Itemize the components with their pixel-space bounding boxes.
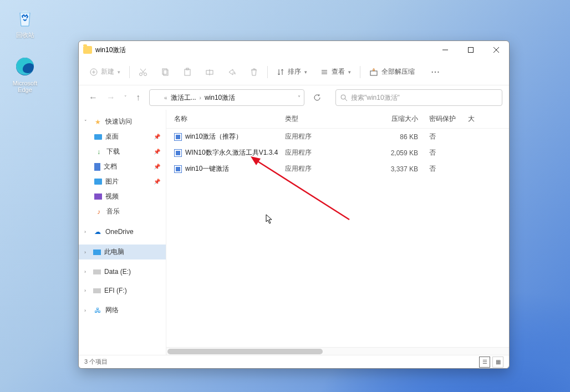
sort-button[interactable]: 排序 ▾ xyxy=(272,64,312,80)
sidebar-onedrive[interactable]: ›☁OneDrive xyxy=(79,225,166,239)
chevron-right-icon: › xyxy=(84,308,90,313)
folder-icon xyxy=(153,94,161,101)
delete-button[interactable] xyxy=(245,64,263,80)
application-icon xyxy=(174,133,182,141)
svg-rect-14 xyxy=(185,69,190,75)
file-type: 应用程序 xyxy=(285,132,368,141)
document-icon xyxy=(94,163,100,171)
chevron-left-icon: « xyxy=(164,95,167,101)
delete-icon xyxy=(250,68,258,77)
minimize-button[interactable] xyxy=(432,41,458,59)
paste-button[interactable] xyxy=(179,64,196,80)
up-button[interactable]: ↑ xyxy=(133,90,144,105)
sidebar-music[interactable]: ♪音乐 xyxy=(79,204,166,219)
chevron-right-icon: › xyxy=(84,250,90,255)
breadcrumb-part[interactable]: 激活工... xyxy=(171,93,196,103)
share-icon xyxy=(227,68,236,77)
sort-icon xyxy=(277,68,284,76)
download-icon: ↓ xyxy=(94,147,103,156)
column-name[interactable]: 名称 xyxy=(174,114,285,124)
file-name: win10一键激活 xyxy=(185,164,229,174)
music-icon: ♪ xyxy=(94,207,103,216)
search-box[interactable]: 搜索"win10激活" xyxy=(335,89,502,106)
sidebar-this-pc[interactable]: ›此电脑 xyxy=(79,245,166,259)
sidebar-data-e[interactable]: ›Data (E:) xyxy=(79,265,166,278)
cloud-icon: ☁ xyxy=(93,227,102,236)
paste-icon xyxy=(183,68,192,77)
horizontal-scrollbar[interactable] xyxy=(166,347,509,355)
file-row[interactable]: WIN10数字永久激活工具V1.3.4应用程序2,059 KB否 xyxy=(166,145,509,161)
copy-button[interactable] xyxy=(156,64,174,80)
file-name: WIN10数字永久激活工具V1.3.4 xyxy=(185,148,278,157)
cut-icon xyxy=(139,68,147,77)
breadcrumb-part[interactable]: win10激活 xyxy=(205,93,235,103)
view-button[interactable]: 查看 ▾ xyxy=(316,64,355,80)
back-button[interactable]: ← xyxy=(85,90,101,105)
content-area: 名称 类型 压缩大小 密码保护 大 win10激活（推荐）应用程序86 KB否W… xyxy=(166,110,509,355)
pin-icon: 📌 xyxy=(154,149,160,155)
file-password: 否 xyxy=(429,148,468,157)
desktop-label: Microsoft Edge xyxy=(6,80,44,93)
column-headers[interactable]: 名称 类型 压缩大小 密码保护 大 xyxy=(166,110,509,129)
desktop-icon-recycle-bin[interactable]: 回收站 xyxy=(6,7,44,39)
recent-button[interactable]: ˅ xyxy=(121,93,130,103)
search-placeholder: 搜索"win10激活" xyxy=(351,93,400,103)
sidebar-videos[interactable]: 视频 xyxy=(79,189,166,204)
sidebar-quick-access[interactable]: ˅★快速访问 xyxy=(79,114,166,129)
svg-point-8 xyxy=(140,73,142,75)
more-button[interactable]: ··· xyxy=(427,65,445,79)
toolbar: 新建 ▾ 排序 ▾ 查看 ▾ 全部解压缩 ··· xyxy=(79,59,509,85)
titlebar[interactable]: win10激活 xyxy=(79,41,509,59)
file-name: win10激活（推荐） xyxy=(185,132,242,141)
svg-rect-21 xyxy=(370,71,377,75)
maximize-button[interactable] xyxy=(458,41,484,59)
refresh-button[interactable] xyxy=(310,91,324,104)
picture-icon xyxy=(94,179,102,185)
sidebar-documents[interactable]: 文档📌 xyxy=(79,159,166,174)
extract-all-button[interactable]: 全部解压缩 xyxy=(365,64,419,80)
file-list: win10激活（推荐）应用程序86 KB否WIN10数字永久激活工具V1.3.4… xyxy=(166,129,509,347)
chevron-right-icon: › xyxy=(84,229,90,235)
details-view-button[interactable]: ☰ xyxy=(479,357,490,368)
close-button[interactable] xyxy=(484,41,509,59)
drive-icon xyxy=(93,269,101,274)
network-icon: 🖧 xyxy=(93,306,102,315)
forward-button[interactable]: → xyxy=(103,90,119,105)
thumbnails-view-button[interactable]: ▦ xyxy=(492,357,503,368)
video-icon xyxy=(94,194,102,200)
column-password[interactable]: 密码保护 xyxy=(429,114,468,124)
sidebar-efi-f[interactable]: ›EFI (F:) xyxy=(79,284,166,297)
new-button[interactable]: 新建 ▾ xyxy=(85,64,125,80)
view-icon xyxy=(320,68,328,76)
scrollbar-thumb[interactable] xyxy=(167,349,323,354)
share-button[interactable] xyxy=(223,64,241,80)
chevron-right-icon: › xyxy=(200,95,201,101)
column-type[interactable]: 类型 xyxy=(285,114,368,124)
file-size: 2,059 KB xyxy=(368,149,429,157)
cut-button[interactable] xyxy=(134,64,152,80)
sidebar-network[interactable]: ›🖧网络 xyxy=(79,303,166,318)
file-row[interactable]: win10一键激活应用程序3,337 KB否 xyxy=(166,161,509,177)
sidebar-downloads[interactable]: ↓下载📌 xyxy=(79,144,166,159)
rename-button[interactable] xyxy=(201,64,218,80)
svg-line-23 xyxy=(345,99,347,101)
copy-icon xyxy=(161,68,170,77)
pc-icon xyxy=(93,250,101,255)
search-icon xyxy=(340,94,348,101)
chevron-down-icon: ▾ xyxy=(118,69,120,75)
file-row[interactable]: win10激活（推荐）应用程序86 KB否 xyxy=(166,129,509,145)
chevron-down-icon[interactable]: ˅ xyxy=(298,95,301,101)
sidebar-pictures[interactable]: 图片📌 xyxy=(79,174,166,189)
rename-icon xyxy=(205,68,214,77)
pin-icon: 📌 xyxy=(154,134,160,140)
column-size[interactable]: 大 xyxy=(468,114,501,124)
column-compressed-size[interactable]: 压缩大小 xyxy=(368,114,429,124)
sidebar-desktop[interactable]: 桌面📌 xyxy=(79,129,166,144)
file-password: 否 xyxy=(429,132,468,141)
chevron-down-icon: ˅ xyxy=(84,119,90,125)
desktop-icon-edge[interactable]: Microsoft Edge xyxy=(6,55,44,93)
file-size: 3,337 KB xyxy=(368,165,429,173)
folder-icon xyxy=(83,46,92,54)
address-bar[interactable]: « 激活工... › win10激活 ˅ xyxy=(149,89,304,106)
file-password: 否 xyxy=(429,164,468,174)
